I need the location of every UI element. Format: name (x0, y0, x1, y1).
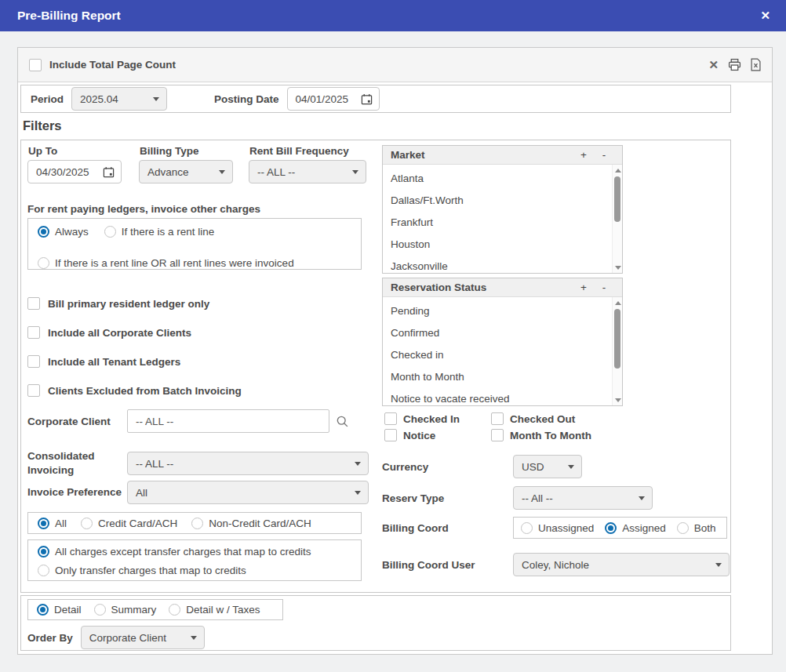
period-select[interactable]: 2025.04 (71, 87, 167, 111)
radio-icon (104, 226, 116, 238)
calendar-icon[interactable] (103, 166, 115, 178)
radio-assigned[interactable]: Assigned (605, 522, 666, 534)
list-item[interactable]: Jacksonville (383, 255, 622, 273)
chevron-down-icon (639, 496, 645, 500)
checkbox-icon (491, 412, 504, 425)
radio-all[interactable]: All (38, 518, 67, 529)
billing-type-value: Advance (147, 166, 189, 178)
posting-date-value: 04/01/2025 (296, 93, 349, 105)
up-to-label: Up To (28, 145, 122, 157)
list-item[interactable]: Checked in (383, 343, 622, 365)
bill-primary-resident-checkbox-item[interactable]: Bill primary resident ledger only (27, 297, 209, 310)
rent-bill-frequency-select[interactable]: -- ALL -- (249, 160, 366, 183)
billing-coord-user-select[interactable]: Coley, Nichole (513, 553, 730, 576)
radio-if-rent-line[interactable]: If there is a rent line (104, 226, 215, 238)
corporate-client-row: Corporate Client (27, 409, 349, 433)
radio-icon (38, 257, 49, 269)
scrollbar-thumb[interactable] (614, 176, 620, 222)
scrollbar-thumb[interactable] (614, 309, 620, 369)
scroll-up-icon[interactable] (613, 298, 622, 307)
currency-row: Currency USD (382, 455, 582, 478)
list-item[interactable]: Confirmed (383, 321, 622, 343)
clients-excluded-checkbox-item[interactable]: Clients Excluded from Batch Invoicing (27, 384, 242, 397)
radio-all-charges-except-transfer[interactable]: All charges except transfer charges that… (38, 546, 311, 558)
invoice-preference-select[interactable]: All (127, 481, 369, 504)
list-item[interactable]: Houston (383, 233, 622, 255)
month-to-month-checkbox-item[interactable]: Month To Month (491, 429, 591, 441)
reserv-type-select[interactable]: -- All -- (513, 486, 653, 510)
radio-unassigned[interactable]: Unassigned (521, 522, 594, 534)
radio-non-credit-card-ach[interactable]: Non-Credit Card/ACH (191, 518, 311, 529)
report-format-radio-group: Detail Summary Detail w / Taxes (27, 599, 283, 620)
chevron-down-icon (568, 465, 574, 469)
checkbox-icon (27, 384, 40, 397)
checked-in-checkbox-item[interactable]: Checked In (384, 412, 491, 425)
calendar-icon[interactable] (361, 93, 373, 105)
scroll-up-icon[interactable] (613, 165, 622, 175)
order-by-select[interactable]: Corporate Client (81, 626, 205, 649)
notice-checkbox-item[interactable]: Notice (384, 429, 491, 441)
checked-out-checkbox-item[interactable]: Checked Out (491, 412, 591, 425)
market-scrollbar[interactable] (612, 165, 622, 273)
radio-always[interactable]: Always (38, 226, 89, 238)
clear-icon[interactable]: ✕ (708, 58, 719, 72)
radio-selected-icon (38, 518, 49, 529)
include-tenant-ledgers-checkbox-item[interactable]: Include all Tenant Ledgers (27, 355, 180, 368)
radio-detail-w-taxes[interactable]: Detail w / Taxes (169, 604, 260, 616)
radio-icon (191, 518, 203, 529)
consolidated-invoicing-select[interactable]: -- ALL -- (127, 452, 369, 475)
chevron-down-icon (153, 97, 159, 101)
billing-coord-user-value: Coley, Nichole (522, 559, 589, 571)
pre-billing-report-dialog: Pre-Billing Report ✕ Include Total Page … (0, 0, 786, 672)
corporate-client-input[interactable] (127, 409, 329, 433)
dialog-title: Pre-Billing Report (17, 9, 121, 23)
list-item[interactable]: Atlanta (383, 167, 622, 189)
billing-type-select[interactable]: Advance (139, 160, 233, 183)
reservation-status-add-button[interactable]: + (573, 282, 594, 293)
currency-select[interactable]: USD (513, 455, 582, 478)
radio-summary[interactable]: Summary (94, 604, 157, 616)
reservation-status-scrollbar[interactable] (612, 297, 622, 405)
invoice-preference-value: All (136, 487, 147, 499)
posting-date-input[interactable]: 04/01/2025 (287, 87, 380, 111)
print-icon[interactable] (728, 58, 741, 71)
list-item[interactable]: Dallas/Ft.Worth (383, 189, 622, 211)
billing-coord-radio-group: Unassigned Assigned Both (513, 517, 727, 539)
reservation-status-remove-button[interactable]: - (594, 282, 614, 293)
filters-heading: Filters (23, 118, 62, 133)
corporate-client-label: Corporate Client (27, 416, 127, 427)
market-remove-button[interactable]: - (594, 149, 614, 161)
up-to-date-input[interactable]: 04/30/2025 (27, 160, 122, 183)
radio-both[interactable]: Both (677, 522, 716, 534)
radio-selected-icon (605, 522, 617, 534)
reservation-status-listbox: Reservation Status + - Pending Confirmed… (382, 278, 623, 406)
market-listbox: Market + - Atlanta Dallas/Ft.Worth Frank… (382, 145, 623, 274)
include-corporate-clients-checkbox-item[interactable]: Include all Corporate Clients (27, 326, 191, 339)
list-item[interactable]: Frankfurt (383, 211, 622, 233)
report-body: Period 2025.04 Posting Date 04/01/2025 (18, 82, 772, 654)
scroll-down-icon[interactable] (613, 263, 622, 272)
close-icon[interactable]: ✕ (760, 9, 770, 23)
list-item[interactable]: Month to Month (383, 365, 622, 387)
radio-selected-icon (37, 604, 49, 616)
chevron-down-icon (191, 636, 197, 640)
list-item[interactable]: Notice to vacate received (383, 387, 622, 405)
report-panel: Include Total Page Count ✕ (17, 47, 773, 655)
order-by-value: Corporate Client (89, 632, 166, 644)
export-excel-icon[interactable] (751, 58, 761, 71)
include-total-page-count-checkbox[interactable] (29, 59, 42, 71)
search-icon[interactable] (336, 415, 349, 428)
invoice-other-charges-label: For rent paying ledgers, invoice other c… (27, 203, 260, 215)
scroll-down-icon[interactable] (613, 395, 622, 405)
market-add-button[interactable]: + (573, 149, 594, 161)
order-by-row: Order By Corporate Client (27, 626, 205, 649)
radio-credit-card-ach[interactable]: Credit Card/ACH (81, 518, 177, 529)
radio-detail[interactable]: Detail (37, 604, 82, 616)
radio-rent-line-or-invoiced[interactable]: If there is a rent line OR all rent line… (38, 257, 294, 269)
radio-only-transfer-charges[interactable]: Only transfer charges that map to credit… (38, 565, 246, 576)
market-listbox-header: Market + - (383, 146, 622, 165)
billing-coord-row: Billing Coord Unassigned Assigned Bot (382, 517, 727, 539)
order-by-label: Order By (27, 632, 73, 644)
invoice-other-charges-radio-group: Always If there is a rent line If there … (27, 218, 362, 270)
list-item[interactable]: Pending (383, 300, 622, 321)
